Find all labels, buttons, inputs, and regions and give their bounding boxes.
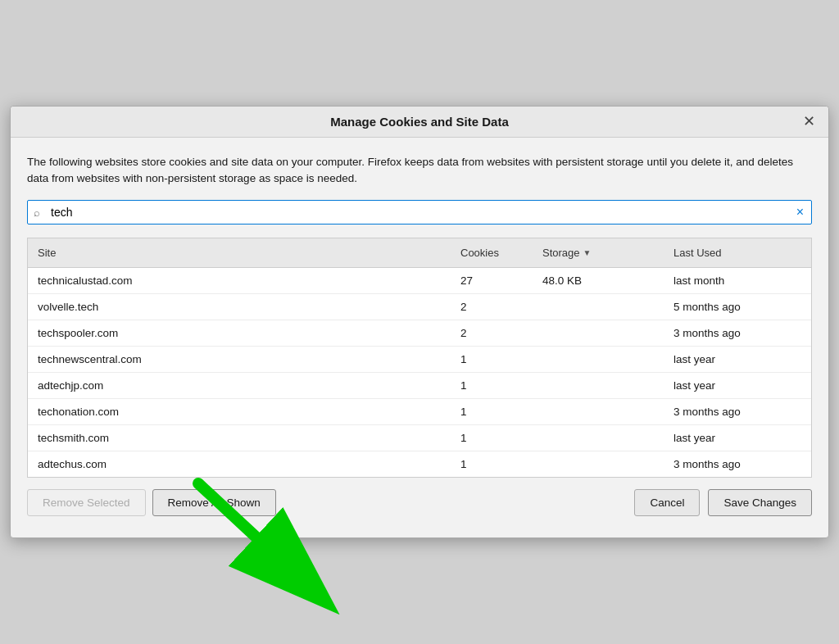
column-header-site[interactable]: Site bbox=[28, 243, 451, 262]
cell-site: volvelle.tech bbox=[28, 294, 451, 320]
cell-cookies: 1 bbox=[451, 399, 533, 424]
cell-cookies: 1 bbox=[451, 451, 533, 477]
table-row[interactable]: volvelle.tech 2 5 months ago bbox=[28, 294, 811, 320]
cell-cookies: 27 bbox=[451, 268, 533, 293]
cell-site: technewscentral.com bbox=[28, 347, 451, 372]
cell-storage bbox=[533, 294, 664, 320]
column-header-storage[interactable]: Storage ▼ bbox=[533, 243, 664, 262]
cell-cookies: 1 bbox=[451, 347, 533, 372]
cell-site: adtechjp.com bbox=[28, 373, 451, 398]
cell-cookies: 2 bbox=[451, 294, 533, 320]
cell-site: techsmith.com bbox=[28, 425, 451, 451]
column-header-cookies[interactable]: Cookies bbox=[451, 243, 533, 262]
search-clear-button[interactable]: × bbox=[795, 204, 805, 220]
table-header: Site Cookies Storage ▼ Last Used bbox=[28, 238, 811, 268]
table-row[interactable]: techsmith.com 1 last year bbox=[28, 425, 811, 451]
table-row[interactable]: technicalustad.com 27 48.0 KB last month bbox=[28, 268, 811, 294]
manage-cookies-dialog: Manage Cookies and Site Data ✕ The follo… bbox=[10, 106, 829, 539]
cancel-button[interactable]: Cancel bbox=[634, 489, 700, 516]
search-input[interactable] bbox=[27, 200, 812, 224]
cell-last-used: 3 months ago bbox=[664, 320, 811, 346]
cell-last-used: last year bbox=[664, 347, 811, 372]
right-action-buttons: Cancel Save Changes bbox=[634, 489, 812, 516]
description-text: The following websites store cookies and… bbox=[27, 154, 812, 188]
cell-storage bbox=[533, 320, 664, 346]
sort-arrow-icon: ▼ bbox=[583, 248, 592, 257]
cell-storage: 48.0 KB bbox=[533, 268, 664, 293]
cell-cookies: 1 bbox=[451, 373, 533, 398]
bottom-actions: Remove Selected Remove All Shown Cancel … bbox=[27, 478, 812, 524]
remove-all-shown-button[interactable]: Remove All Shown bbox=[152, 489, 276, 516]
dialog-title: Manage Cookies and Site Data bbox=[330, 115, 509, 129]
cell-last-used: last year bbox=[664, 425, 811, 451]
search-icon: ⌕ bbox=[34, 206, 40, 219]
table-row[interactable]: adtechus.com 1 3 months ago bbox=[28, 451, 811, 477]
dialog-titlebar: Manage Cookies and Site Data ✕ bbox=[11, 107, 828, 138]
column-header-last-used[interactable]: Last Used bbox=[664, 243, 811, 262]
cell-site: techonation.com bbox=[28, 399, 451, 424]
cell-storage bbox=[533, 399, 664, 424]
table-row[interactable]: techspooler.com 2 3 months ago bbox=[28, 320, 811, 347]
table-body: technicalustad.com 27 48.0 KB last month… bbox=[28, 268, 811, 477]
cell-cookies: 2 bbox=[451, 320, 533, 346]
cell-last-used: last year bbox=[664, 373, 811, 398]
cell-site: technicalustad.com bbox=[28, 268, 451, 293]
save-changes-button[interactable]: Save Changes bbox=[708, 489, 812, 516]
cookie-table: Site Cookies Storage ▼ Last Used technic… bbox=[27, 238, 812, 478]
cell-last-used: 5 months ago bbox=[664, 294, 811, 320]
cell-last-used: 3 months ago bbox=[664, 399, 811, 424]
table-row[interactable]: technewscentral.com 1 last year bbox=[28, 347, 811, 373]
cell-storage bbox=[533, 347, 664, 372]
remove-selected-button[interactable]: Remove Selected bbox=[27, 489, 146, 516]
cell-site: techspooler.com bbox=[28, 320, 451, 346]
cell-cookies: 1 bbox=[451, 425, 533, 451]
table-row[interactable]: adtechjp.com 1 last year bbox=[28, 373, 811, 399]
close-button[interactable]: ✕ bbox=[799, 111, 819, 131]
cell-site: adtechus.com bbox=[28, 451, 451, 477]
table-row[interactable]: techonation.com 1 3 months ago bbox=[28, 399, 811, 425]
cell-storage bbox=[533, 425, 664, 451]
cell-storage bbox=[533, 373, 664, 398]
dialog-body: The following websites store cookies and… bbox=[11, 138, 828, 538]
left-action-buttons: Remove Selected Remove All Shown bbox=[27, 489, 276, 516]
cell-last-used: last month bbox=[664, 268, 811, 293]
cell-last-used: 3 months ago bbox=[664, 451, 811, 477]
search-container: ⌕ × bbox=[27, 200, 812, 224]
cell-storage bbox=[533, 451, 664, 477]
